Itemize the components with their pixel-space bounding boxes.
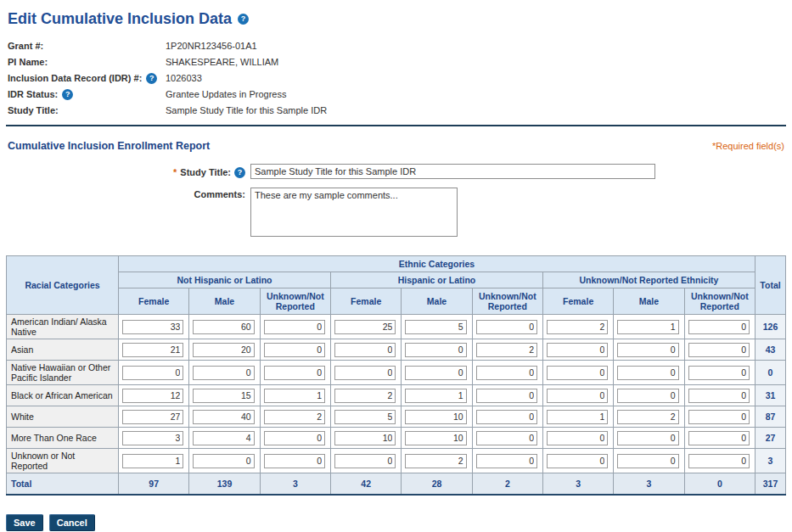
- count-input[interactable]: [334, 320, 396, 334]
- count-input[interactable]: [476, 431, 537, 445]
- summary-block: Grant #: 1P20NR123456-01A1 PI Name: SHAK…: [8, 38, 786, 119]
- count-cell: [260, 428, 330, 449]
- count-input[interactable]: [405, 389, 466, 403]
- count-input[interactable]: [334, 343, 396, 357]
- count-input[interactable]: [476, 389, 537, 403]
- count-cell: [330, 315, 401, 339]
- count-cell: [684, 339, 755, 361]
- count-input[interactable]: [264, 410, 325, 424]
- count-input[interactable]: [122, 343, 183, 357]
- col-header-male: Male: [402, 288, 472, 315]
- count-cell: [614, 315, 684, 339]
- count-input[interactable]: [405, 366, 466, 380]
- count-cell: [119, 315, 189, 339]
- count-input[interactable]: [122, 454, 183, 468]
- count-input[interactable]: [617, 320, 678, 334]
- count-input[interactable]: [476, 320, 537, 334]
- count-input[interactable]: [476, 410, 537, 424]
- count-input[interactable]: [334, 431, 396, 445]
- count-input[interactable]: [264, 343, 325, 357]
- count-input[interactable]: [193, 410, 254, 424]
- count-input[interactable]: [547, 320, 608, 334]
- count-cell: [472, 339, 542, 361]
- count-input[interactable]: [617, 343, 678, 357]
- count-input[interactable]: [122, 389, 183, 403]
- count-input[interactable]: [547, 366, 608, 380]
- count-input[interactable]: [264, 389, 325, 403]
- count-input[interactable]: [405, 431, 466, 445]
- help-icon[interactable]: ?: [62, 89, 73, 100]
- count-input[interactable]: [476, 343, 537, 357]
- count-input[interactable]: [547, 431, 608, 445]
- table-row: Native Hawaiian or Other Pacific Islande…: [7, 361, 786, 385]
- count-input[interactable]: [476, 366, 537, 380]
- count-input[interactable]: [688, 320, 750, 334]
- count-input[interactable]: [405, 343, 466, 357]
- count-cell: [260, 315, 330, 339]
- count-input[interactable]: [405, 454, 466, 468]
- count-input[interactable]: [264, 320, 325, 334]
- count-input[interactable]: [688, 431, 750, 445]
- count-input[interactable]: [193, 389, 254, 403]
- count-input[interactable]: [193, 431, 254, 445]
- count-cell: [614, 428, 684, 449]
- count-input[interactable]: [264, 366, 325, 380]
- summary-row-study-title: Study Title: Sample Study Title for this…: [8, 103, 786, 119]
- count-input[interactable]: [264, 454, 325, 468]
- count-input[interactable]: [547, 343, 608, 357]
- count-input[interactable]: [193, 320, 254, 334]
- count-input[interactable]: [617, 410, 678, 424]
- study-title-input[interactable]: [250, 164, 655, 179]
- col-header-female: Female: [330, 288, 401, 315]
- count-input[interactable]: [334, 454, 396, 468]
- count-cell: [189, 339, 260, 361]
- count-input[interactable]: [122, 410, 183, 424]
- count-input[interactable]: [547, 389, 608, 403]
- count-cell: [189, 385, 260, 406]
- count-input[interactable]: [405, 410, 466, 424]
- count-input[interactable]: [547, 410, 608, 424]
- count-input[interactable]: [688, 389, 750, 403]
- count-input[interactable]: [547, 454, 608, 468]
- count-input[interactable]: [193, 366, 254, 380]
- count-input[interactable]: [617, 431, 678, 445]
- count-cell: [542, 315, 613, 339]
- count-input[interactable]: [122, 366, 183, 380]
- help-icon[interactable]: ?: [146, 73, 157, 84]
- table-row: Unknown or Not Reported3: [7, 449, 786, 473]
- count-cell: [402, 385, 472, 406]
- count-cell: [119, 339, 189, 361]
- enrollment-table-head: Racial Categories Ethnic Categories Tota…: [7, 256, 786, 315]
- count-cell: [402, 428, 472, 449]
- help-icon[interactable]: ?: [234, 167, 245, 178]
- count-input[interactable]: [334, 410, 396, 424]
- count-input[interactable]: [122, 431, 183, 445]
- count-cell: [542, 406, 613, 428]
- count-input[interactable]: [688, 366, 750, 380]
- help-icon[interactable]: ?: [238, 14, 249, 25]
- count-input[interactable]: [264, 431, 325, 445]
- count-input[interactable]: [688, 343, 750, 357]
- count-input[interactable]: [476, 454, 537, 468]
- count-input[interactable]: [617, 389, 678, 403]
- count-cell: [260, 449, 330, 473]
- count-input[interactable]: [122, 320, 183, 334]
- count-input[interactable]: [334, 366, 396, 380]
- col-header-female: Female: [119, 288, 189, 315]
- comments-textarea[interactable]: These are my sample comments...: [250, 188, 458, 237]
- count-input[interactable]: [334, 389, 396, 403]
- count-input[interactable]: [688, 410, 750, 424]
- save-button[interactable]: Save: [6, 514, 43, 531]
- count-cell: [330, 406, 401, 428]
- count-cell: [472, 449, 542, 473]
- summary-row-idr-status: IDR Status: ? Grantee Updates in Progres…: [8, 87, 786, 103]
- col-header-unknown: Unknown/Not Reported: [472, 288, 542, 315]
- count-input[interactable]: [617, 454, 678, 468]
- count-cell: [189, 315, 260, 339]
- cancel-button[interactable]: Cancel: [49, 514, 95, 531]
- count-input[interactable]: [688, 454, 750, 468]
- count-input[interactable]: [617, 366, 678, 380]
- count-input[interactable]: [193, 454, 254, 468]
- count-input[interactable]: [405, 320, 466, 334]
- count-input[interactable]: [193, 343, 254, 357]
